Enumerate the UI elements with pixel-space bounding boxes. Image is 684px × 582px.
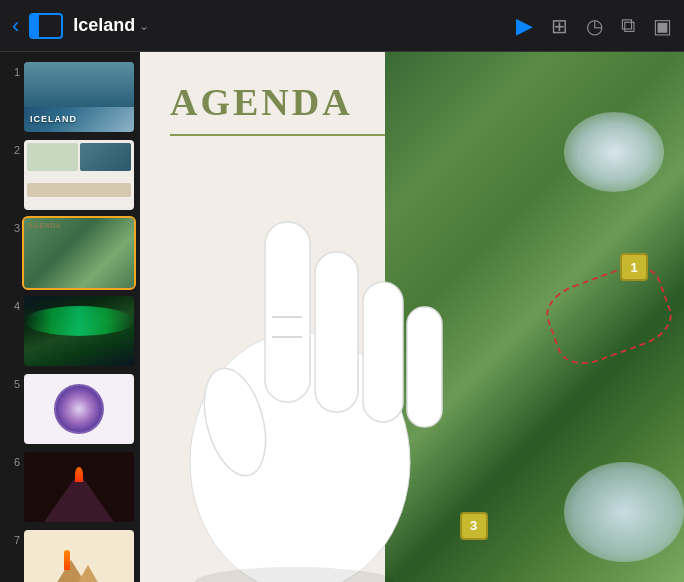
slide-item[interactable]: 2 (0, 136, 140, 214)
slide-item[interactable]: 5 (0, 370, 140, 448)
thumb-mountain2 (68, 565, 108, 582)
slide-thumbnail-active[interactable]: AGENDA (24, 218, 134, 288)
slide-item-active[interactable]: 3 AGENDA (0, 214, 140, 292)
play-button[interactable]: ▶ (516, 13, 533, 39)
slide-thumbnail[interactable]: ICELAND (24, 62, 134, 132)
toolbar-left: ‹ Iceland ⌄ (12, 13, 506, 39)
thumb-lava (75, 467, 83, 482)
view-mode-icon[interactable] (29, 13, 63, 39)
map-location-badge-1: 1 (620, 253, 648, 281)
slide-number: 2 (6, 140, 20, 156)
thumb-aurora-glow (24, 306, 134, 336)
thumb-geology (54, 384, 104, 434)
slide-item[interactable]: 4 (0, 292, 140, 370)
slide-item[interactable]: 6 (0, 448, 140, 526)
thumb-lava2 (64, 550, 70, 570)
slide-panel[interactable]: 1 ICELAND 2 3 AGENDA (0, 52, 140, 582)
slide-thumbnail[interactable] (24, 452, 134, 522)
thumb-cell (27, 143, 78, 171)
chevron-down-icon[interactable]: ⌄ (139, 19, 149, 33)
back-button[interactable]: ‹ (12, 15, 19, 37)
thumb-title: ICELAND (30, 114, 77, 124)
agenda-background: AGENDA 1 3 (140, 52, 684, 582)
toolbar: ‹ Iceland ⌄ ▶ ⊞ ◷ ⧉ ▣ (0, 0, 684, 52)
thumb-cell (80, 143, 131, 171)
slide-item[interactable]: 7 (0, 526, 140, 582)
thumb-image (24, 62, 134, 107)
slide-number: 6 (6, 452, 20, 468)
slide-thumbnail[interactable] (24, 374, 134, 444)
slide-number: 3 (6, 218, 20, 234)
thumb-map: AGENDA (24, 218, 134, 288)
slide-number: 1 (6, 62, 20, 78)
slide-number: 5 (6, 374, 20, 390)
slide-preview: AGENDA 1 3 (140, 52, 684, 582)
present-icon[interactable]: ▣ (653, 14, 672, 38)
thumb-cell (27, 183, 131, 197)
map-location-badge-3: 3 (460, 512, 488, 540)
slide-number: 7 (6, 530, 20, 546)
layers-icon[interactable]: ⧉ (621, 14, 635, 37)
map-route-line (539, 256, 679, 372)
main-content: 1 ICELAND 2 3 AGENDA (0, 52, 684, 582)
preview-area[interactable]: AGENDA 1 3 (140, 52, 684, 582)
clock-icon[interactable]: ◷ (586, 14, 603, 38)
thumb-agenda-label: AGENDA (28, 222, 61, 229)
slide-thumbnail[interactable] (24, 530, 134, 582)
title-area: Iceland ⌄ (73, 15, 149, 36)
map-area: 1 3 (385, 52, 684, 582)
toolbar-right: ▶ ⊞ ◷ ⧉ ▣ (516, 13, 672, 39)
slide-item[interactable]: 1 ICELAND (0, 58, 140, 136)
slide-thumbnail[interactable] (24, 140, 134, 210)
slide-number: 4 (6, 296, 20, 312)
slide-thumbnail[interactable] (24, 296, 134, 366)
slide-title: AGENDA (170, 80, 353, 124)
map-snow-1 (564, 112, 664, 192)
table-icon[interactable]: ⊞ (551, 14, 568, 38)
map-snow-2 (564, 462, 684, 562)
document-title[interactable]: Iceland (73, 15, 135, 36)
